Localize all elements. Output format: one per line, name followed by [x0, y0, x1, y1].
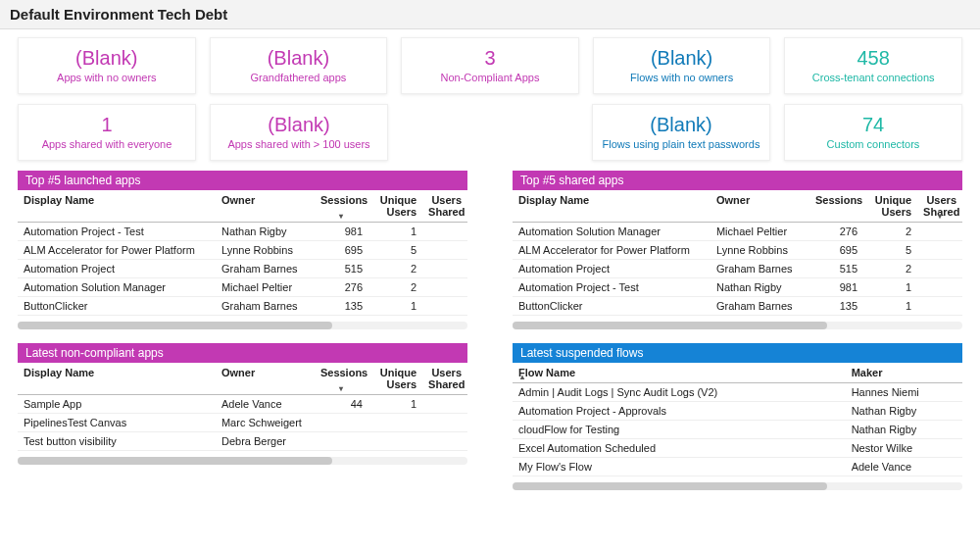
- table-shared-apps[interactable]: Display NameOwnerSessionsUnique UsersUse…: [513, 190, 962, 316]
- cell: Nathan Rigby: [846, 402, 962, 421]
- cell: [422, 223, 467, 241]
- cell: 2: [863, 223, 917, 241]
- cell: 695: [809, 241, 863, 260]
- cell: 1: [368, 223, 422, 241]
- table-row[interactable]: cloudFlow for TestingNathan Rigby: [513, 421, 962, 439]
- kpi-caption: Flows with no owners: [600, 72, 764, 83]
- cell: 981: [809, 278, 863, 297]
- column-header[interactable]: Sessions▾: [315, 190, 368, 223]
- column-header[interactable]: Owner: [216, 363, 315, 395]
- cell: Lynne Robbins: [216, 241, 315, 260]
- cell: Nathan Rigby: [216, 223, 315, 241]
- cell: [422, 432, 467, 451]
- table-row[interactable]: Automation Project - TestNathan Rigby981…: [18, 223, 467, 241]
- page-title: Default Environment Tech Debt: [10, 6, 970, 23]
- column-header[interactable]: Flow Name▴: [513, 363, 846, 383]
- column-header[interactable]: Unique Users: [863, 190, 917, 223]
- column-header[interactable]: Display Name: [513, 190, 710, 223]
- table-row[interactable]: Automation ProjectGraham Barnes5152: [18, 260, 467, 278]
- kpi-card[interactable]: (Blank)Apps with no owners: [18, 37, 196, 94]
- cell: Automation Project - Approvals: [513, 402, 846, 421]
- cell: 1: [368, 395, 422, 414]
- table-row[interactable]: PipelinesTest CanvasMarc Schweigert: [18, 414, 467, 432]
- kpi-card[interactable]: 3Non-Compliant Apps: [401, 37, 579, 94]
- column-header[interactable]: Unique Users: [368, 190, 422, 223]
- kpi-caption: Custom connectors: [791, 138, 956, 150]
- table-row[interactable]: ALM Accelerator for Power PlatformLynne …: [513, 241, 962, 260]
- panel-noncompliant-apps: Latest non-compliant apps Display NameOw…: [18, 343, 467, 490]
- panel-suspended-flows: Latest suspended flows Flow Name▴MakerAd…: [513, 343, 962, 490]
- dashboard-content: (Blank)Apps with no owners(Blank)Grandfa…: [0, 29, 980, 551]
- cell: [917, 297, 962, 316]
- column-header[interactable]: Users Shared▾: [917, 190, 962, 223]
- table-launched-apps[interactable]: Display NameOwnerSessions▾Unique UsersUs…: [18, 190, 467, 316]
- column-header[interactable]: Sessions: [809, 190, 863, 223]
- kpi-card[interactable]: (Blank)Apps shared with > 100 users: [210, 104, 388, 161]
- cell: [917, 278, 962, 297]
- cell: Excel Automation Scheduled: [513, 439, 846, 458]
- column-header[interactable]: Owner: [710, 190, 809, 223]
- column-header[interactable]: Display Name: [18, 363, 216, 395]
- kpi-card[interactable]: 458Cross-tenant connections: [784, 37, 962, 94]
- table-row[interactable]: Sample AppAdele Vance441: [18, 395, 467, 414]
- cell: PipelinesTest Canvas: [18, 414, 216, 432]
- kpi-value: 1: [24, 113, 189, 136]
- cell: Automation Project: [513, 260, 710, 278]
- cell: Admin | Audit Logs | Sync Audit Logs (V2…: [513, 383, 846, 402]
- kpi-card[interactable]: (Blank)Flows with no owners: [593, 37, 771, 94]
- horizontal-scrollbar[interactable]: [18, 322, 467, 329]
- cell: 515: [315, 260, 368, 278]
- cell: [368, 414, 422, 432]
- column-header[interactable]: Users Shared: [422, 363, 467, 395]
- kpi-card[interactable]: 1Apps shared with everyone: [18, 104, 196, 161]
- cell: Lynne Robbins: [710, 241, 809, 260]
- column-header[interactable]: Maker: [846, 363, 962, 383]
- cell: 981: [315, 223, 368, 241]
- cell: 5: [368, 241, 422, 260]
- table-row[interactable]: ALM Accelerator for Power PlatformLynne …: [18, 241, 467, 260]
- table-row[interactable]: Admin | Audit Logs | Sync Audit Logs (V2…: [513, 383, 962, 402]
- table-row[interactable]: Automation Solution ManagerMichael Pelti…: [513, 223, 962, 241]
- cell: [368, 432, 422, 451]
- table-row[interactable]: My Flow's FlowAdele Vance: [513, 458, 962, 476]
- table-row[interactable]: Excel Automation ScheduledNestor Wilke: [513, 439, 962, 458]
- table-row[interactable]: Automation Solution ManagerMichael Pelti…: [18, 278, 467, 297]
- cell: [315, 414, 368, 432]
- cell: 1: [368, 297, 422, 316]
- sort-indicator-icon: ▴: [520, 373, 524, 381]
- table-suspended-flows[interactable]: Flow Name▴MakerAdmin | Audit Logs | Sync…: [513, 363, 962, 476]
- table-row[interactable]: ButtonClickerGraham Barnes1351: [18, 297, 467, 316]
- table-row[interactable]: Automation Project - ApprovalsNathan Rig…: [513, 402, 962, 421]
- cell: [917, 241, 962, 260]
- cell: 2: [863, 260, 917, 278]
- panel-row-2: Latest non-compliant apps Display NameOw…: [18, 343, 962, 490]
- table-row[interactable]: Automation Project - TestNathan Rigby981…: [513, 278, 962, 297]
- cell: [315, 432, 368, 451]
- table-row[interactable]: Test button visibilityDebra Berger: [18, 432, 467, 451]
- cell: Automation Project - Test: [513, 278, 710, 297]
- cell: [422, 278, 467, 297]
- panel-header: Top #5 shared apps: [513, 171, 962, 190]
- kpi-value: 3: [408, 46, 572, 70]
- kpi-caption: Grandfathered apps: [217, 72, 381, 83]
- column-header[interactable]: Users Shared: [422, 190, 467, 223]
- kpi-card[interactable]: (Blank)Flows using plain text passwords: [592, 104, 770, 161]
- column-header[interactable]: Owner: [216, 190, 315, 223]
- horizontal-scrollbar[interactable]: [513, 482, 962, 490]
- kpi-card[interactable]: 74Custom connectors: [784, 104, 962, 161]
- column-header[interactable]: Unique Users: [368, 363, 422, 395]
- table-noncompliant-apps[interactable]: Display NameOwnerSessions▾Unique UsersUs…: [18, 363, 467, 451]
- horizontal-scrollbar[interactable]: [513, 322, 962, 329]
- column-header[interactable]: Sessions▾: [315, 363, 368, 395]
- table-row[interactable]: Automation ProjectGraham Barnes5152: [513, 260, 962, 278]
- kpi-caption: Apps shared with everyone: [24, 138, 189, 150]
- column-header[interactable]: Display Name: [18, 190, 216, 223]
- horizontal-scrollbar[interactable]: [18, 457, 467, 465]
- kpi-card[interactable]: (Blank)Grandfathered apps: [210, 37, 388, 94]
- table-row[interactable]: ButtonClickerGraham Barnes1351: [513, 297, 962, 316]
- panel-shared-apps: Top #5 shared apps Display NameOwnerSess…: [513, 171, 962, 329]
- cell: Graham Barnes: [710, 260, 809, 278]
- cell: 135: [809, 297, 863, 316]
- cell: Hannes Niemi: [846, 383, 962, 402]
- cell: ALM Accelerator for Power Platform: [513, 241, 710, 260]
